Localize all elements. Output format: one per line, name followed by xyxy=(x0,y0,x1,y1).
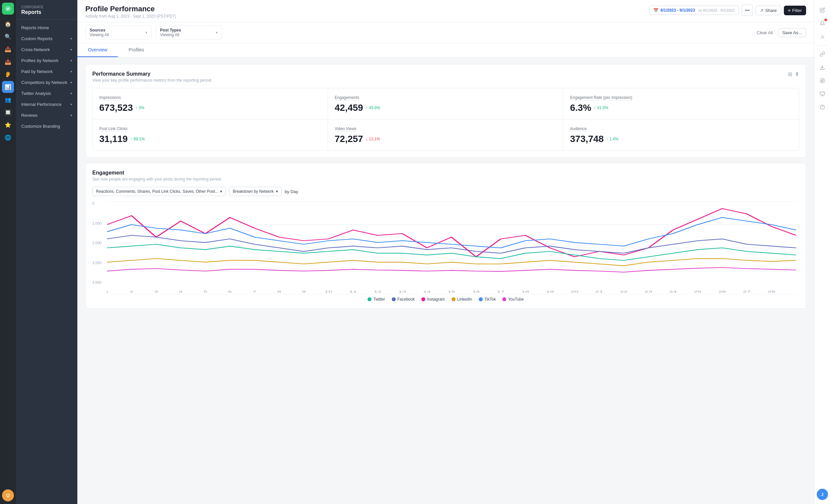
more-options-button[interactable]: ••• xyxy=(742,5,753,16)
user-profile-avatar[interactable]: J xyxy=(817,489,828,500)
card-title-group: Performance Summary View your key profil… xyxy=(92,71,212,82)
divider xyxy=(816,45,829,45)
filter-actions: Clear All Save As... xyxy=(754,28,806,37)
metric-engagement-rate-label: Engagement Rate (per Impression) xyxy=(570,95,632,101)
engagement-chart: 1 2 3 4 5 6 7 8 9 10 11 12 13 14 xyxy=(107,201,799,294)
tiktok-color-dot xyxy=(479,297,483,301)
date-range-vs: vs 8/1/2022 - 9/1/2022 xyxy=(698,8,734,12)
main-content: Profile Performance Activity from Aug 1,… xyxy=(77,0,814,504)
svg-text:16: 16 xyxy=(472,290,480,293)
metric-audience: Audience 373,748 1.4% xyxy=(564,120,799,150)
chevron-icon: ▾ xyxy=(70,59,72,62)
home-icon[interactable]: 🏠 xyxy=(2,18,14,30)
metric-engagement-rate-value: 6.3% 41.5% xyxy=(570,103,792,113)
up-arrow-icon xyxy=(366,105,368,110)
svg-text:15: 15 xyxy=(448,290,455,293)
card-header: Performance Summary View your key profil… xyxy=(92,71,799,82)
notification-bell-icon[interactable] xyxy=(817,17,828,29)
chart-y-labels: 4,000 3,000 2,000 1,000 0 xyxy=(92,201,105,284)
sidebar-item-reports-home[interactable]: Reports Home xyxy=(16,22,77,33)
breakdown-label: Breakdown by Network xyxy=(233,189,274,194)
card-actions: ⊞ ⬆ xyxy=(788,71,799,77)
collapse-icon[interactable]: ⬆ xyxy=(795,71,799,77)
post-types-filter[interactable]: Post Types Viewing All ▾ xyxy=(156,26,222,39)
community-icon[interactable]: 🌐 xyxy=(2,131,14,143)
help-question-icon[interactable] xyxy=(817,101,828,113)
down-arrow-icon xyxy=(366,137,368,141)
engagement-metrics-dropdown[interactable]: Reactions, Comments, Shares, Post Link C… xyxy=(92,187,226,196)
header-actions: 📅 8/1/2023 - 9/1/2023 vs 8/1/2022 - 9/1/… xyxy=(649,5,806,16)
edit-pencil-icon[interactable] xyxy=(817,4,828,16)
legend-facebook: Facebook xyxy=(392,297,415,302)
metric-engagements: Engagements 42,459 45.6% xyxy=(328,88,564,120)
publish-icon[interactable]: 📤 xyxy=(2,56,14,68)
sidebar-item-cross-network[interactable]: Cross-Network ▾ xyxy=(16,44,77,55)
svg-text:26: 26 xyxy=(719,290,726,293)
brand-logo[interactable] xyxy=(2,3,14,14)
metric-engagement-rate: Engagement Rate (per Impression) 6.3% 41… xyxy=(564,88,799,120)
page-title: Profile Performance xyxy=(85,5,176,13)
inbox-icon[interactable]: 📥 xyxy=(2,43,14,55)
sidebar-item-internal-performance[interactable]: Internal Performance ▾ xyxy=(16,99,77,110)
search-icon[interactable]: 🔍 xyxy=(2,31,14,42)
sidebar-item-customize-branding[interactable]: Customize Branding xyxy=(16,121,77,132)
date-range-picker[interactable]: 📅 8/1/2023 - 9/1/2023 vs 8/1/2022 - 9/1/… xyxy=(649,6,739,15)
tab-overview[interactable]: Overview xyxy=(77,43,118,57)
card-subtitle: View your key profile performance metric… xyxy=(92,78,212,82)
engagement-card: Engagement See how people are engaging w… xyxy=(85,163,806,309)
apps-icon[interactable]: 🔲 xyxy=(2,106,14,118)
monitor-display-icon[interactable] xyxy=(817,88,828,100)
compass-icon[interactable] xyxy=(817,75,828,87)
svg-text:2: 2 xyxy=(129,290,133,293)
metrics-grid: Impressions 673,523 3% Engagements 42,45… xyxy=(92,88,799,150)
star-icon[interactable]: ⭐ xyxy=(2,119,14,131)
svg-text:24: 24 xyxy=(669,290,677,293)
metric-post-link-clicks: Post Link Clicks 31,119 89.1% xyxy=(93,120,328,150)
filter-button[interactable]: ≡ Filter xyxy=(784,6,806,15)
svg-text:12: 12 xyxy=(374,290,381,293)
team-icon[interactable]: 👥 xyxy=(2,94,14,105)
metric-audience-label: Audience xyxy=(570,126,587,132)
sidebar-item-profiles-by-network[interactable]: Profiles by Network ▾ xyxy=(16,55,77,66)
chevron-icon: ▾ xyxy=(70,48,72,52)
svg-text:4: 4 xyxy=(179,290,183,293)
svg-text:3: 3 xyxy=(154,290,158,293)
engagement-subtitle: See how people are engaging with your po… xyxy=(92,177,222,181)
share-button[interactable]: ↗ Share xyxy=(756,6,781,15)
save-as-button[interactable]: Save As... xyxy=(778,28,806,37)
tab-profiles[interactable]: Profiles xyxy=(118,43,155,57)
metric-post-link-clicks-change: 89.1% xyxy=(130,137,145,141)
filter-icon: ≡ xyxy=(788,8,791,13)
sidebar-item-reviews[interactable]: Reviews ▾ xyxy=(16,110,77,121)
clear-all-button[interactable]: Clear All xyxy=(754,28,775,37)
sidebar-item-twitter-analysis[interactable]: Twitter Analysis ▾ xyxy=(16,88,77,99)
metric-engagement-rate-change: 41.5% xyxy=(594,105,608,110)
listen-icon[interactable]: 👂 xyxy=(2,68,14,80)
y-label-0: 0 xyxy=(92,201,105,205)
link-chain-icon[interactable] xyxy=(817,48,828,60)
sources-filter[interactable]: Sources Viewing All ▾ xyxy=(85,26,152,39)
tiktok-label: TikTok xyxy=(484,297,496,302)
legend-instagram: Instagram xyxy=(421,297,445,302)
analytics-chart-icon[interactable] xyxy=(817,31,828,42)
sidebar-item-custom-reports[interactable]: Custom Reports ▾ xyxy=(16,33,77,44)
instagram-color-dot xyxy=(421,297,425,301)
engagement-title: Engagement xyxy=(92,170,222,176)
svg-text:19: 19 xyxy=(546,290,554,293)
sidebar-item-paid-by-network[interactable]: Paid by Network ▾ xyxy=(16,66,77,77)
svg-text:8: 8 xyxy=(277,290,281,293)
facebook-label: Facebook xyxy=(397,297,415,302)
svg-text:6: 6 xyxy=(228,290,232,293)
user-avatar[interactable]: U xyxy=(2,490,14,501)
youtube-label: YouTube xyxy=(508,297,523,302)
download-icon[interactable] xyxy=(817,61,828,73)
reports-icon[interactable]: 📊 xyxy=(2,81,14,93)
svg-marker-39 xyxy=(821,80,823,81)
svg-text:13: 13 xyxy=(398,290,406,293)
breakdown-dropdown[interactable]: Breakdown by Network ▾ xyxy=(229,187,281,196)
grid-view-icon[interactable]: ⊞ xyxy=(788,71,792,77)
card-title: Performance Summary xyxy=(92,71,212,77)
metric-video-views-value: 72,257 13.1% xyxy=(334,134,556,144)
sidebar-item-competitors-by-network[interactable]: Competitors by Network ▾ xyxy=(16,77,77,88)
page-header: Profile Performance Activity from Aug 1,… xyxy=(77,0,814,22)
